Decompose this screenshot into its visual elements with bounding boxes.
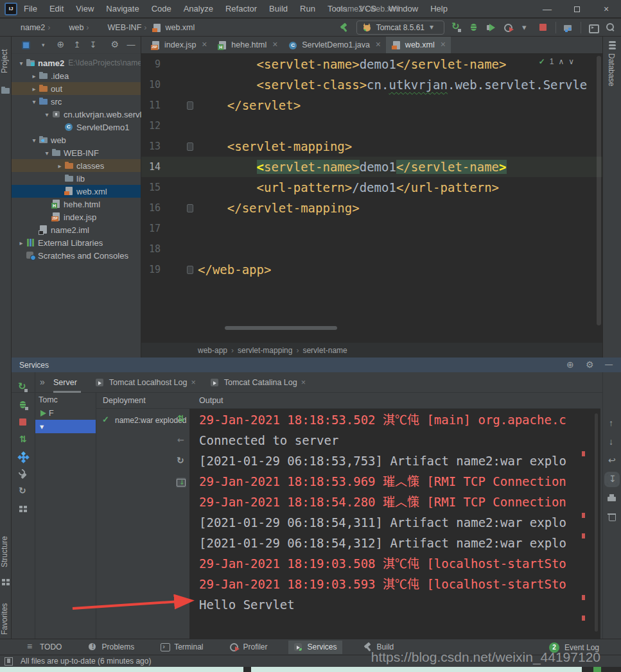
tree-row[interactable]: name2 E:\IdeaProjects\name2 (12, 56, 141, 69)
tree-row[interactable]: out (12, 82, 141, 95)
tree-arrow-icon[interactable] (17, 239, 26, 246)
menu-item[interactable]: Refactor (225, 4, 257, 13)
tree-row[interactable]: classes (12, 159, 141, 172)
menu-item[interactable]: Code (152, 4, 171, 13)
menu-item[interactable]: Edit (49, 4, 64, 13)
services-tree-row[interactable] (35, 420, 96, 433)
tree-arrow-icon[interactable] (55, 162, 64, 169)
tree-arrow-icon[interactable] (30, 98, 39, 105)
fold-marker[interactable] (161, 116, 198, 136)
menu-item[interactable]: File (24, 4, 37, 13)
structure-tool-button[interactable]: Structure (0, 530, 12, 574)
fold-marker[interactable] (161, 74, 198, 95)
build-hammer-icon[interactable] (339, 22, 349, 33)
run-window-button[interactable] (588, 22, 599, 33)
services-toolbar-button[interactable] (18, 400, 28, 410)
project-tool-button[interactable]: Project (0, 42, 12, 80)
console-toolbar-button[interactable] (607, 512, 617, 522)
close-icon[interactable]: × (191, 378, 195, 387)
menu-item[interactable]: Navigate (106, 4, 139, 13)
breadcrumb-item[interactable]: servlet-name (295, 346, 347, 355)
profiler-dropdown-icon[interactable] (521, 22, 531, 33)
tree-arrow-icon[interactable] (17, 60, 26, 67)
tool-window-switcher-icon[interactable] (4, 656, 14, 666)
close-icon[interactable] (439, 40, 445, 50)
services-toolbar-button[interactable] (18, 469, 28, 479)
collapse-all-button[interactable] (89, 40, 99, 50)
console-toolbar-button[interactable] (607, 493, 617, 503)
tab-overflow-icon[interactable] (39, 377, 49, 388)
tree-row[interactable]: ServletDemo1 (12, 121, 141, 134)
gear-icon[interactable] (585, 360, 595, 370)
tree-row[interactable]: External Libraries (12, 236, 141, 249)
minimize-button[interactable]: — (532, 0, 562, 18)
tree-row[interactable]: hehe.html (12, 198, 141, 211)
fold-marker[interactable] (161, 95, 198, 116)
editor-tab[interactable]: hehe.html (212, 37, 283, 53)
close-icon[interactable] (200, 40, 206, 50)
tree-arrow-icon[interactable] (30, 73, 39, 80)
close-icon[interactable] (374, 40, 380, 50)
close-icon[interactable]: × (301, 378, 306, 387)
tree-row[interactable]: Scratches and Consoles (12, 249, 141, 262)
services-toolbar-button[interactable] (18, 452, 28, 462)
services-toolbar-button[interactable] (18, 435, 28, 445)
services-toolbar-button[interactable] (18, 504, 28, 514)
debug-button[interactable] (469, 22, 479, 33)
breadcrumb-item[interactable]: WEB-INF (86, 23, 141, 33)
fold-marker[interactable] (161, 259, 198, 280)
editor-tab[interactable]: web.xml (386, 37, 451, 53)
locate-button[interactable] (566, 360, 576, 370)
console-log[interactable]: 29-Jan-2021 18:18:53.502 淇℃伅 [main] org.… (189, 409, 600, 615)
tree-arrow-icon[interactable] (42, 150, 51, 157)
services-toolbar-button[interactable] (18, 417, 28, 427)
error-stripe-mark[interactable] (582, 616, 585, 621)
menu-item[interactable]: Help (430, 4, 448, 13)
tree-row[interactable]: web.xml (12, 185, 141, 198)
locate-file-button[interactable] (57, 40, 67, 50)
database-tool-button[interactable]: Database (607, 53, 616, 98)
profiler-button[interactable] (503, 22, 514, 33)
error-stripe-mark[interactable] (582, 451, 585, 456)
tree-row[interactable]: index.jsp (12, 211, 141, 223)
next-highlight-icon[interactable]: ∨ (568, 57, 574, 66)
expand-all-button[interactable] (73, 40, 83, 50)
tool-window-button[interactable]: Profiler (224, 641, 273, 654)
tool-window-button[interactable]: Terminal (155, 641, 208, 654)
fold-marker[interactable] (161, 239, 198, 259)
editor-tab[interactable]: index.jsp (145, 37, 212, 53)
deployment-toolbar-button[interactable] (176, 435, 186, 445)
tree-row[interactable]: WEB-INF (12, 146, 141, 159)
project-view-mode-icon[interactable] (22, 41, 30, 49)
fold-marker[interactable] (161, 54, 198, 74)
project-structure-button[interactable] (563, 22, 573, 33)
run-button[interactable] (451, 22, 462, 33)
gear-icon[interactable] (110, 40, 121, 50)
tree-row[interactable]: lib (12, 172, 141, 185)
maximize-button[interactable] (562, 0, 591, 18)
coverage-button[interactable] (486, 22, 496, 33)
fold-marker[interactable] (161, 198, 198, 218)
stop-button[interactable] (538, 22, 548, 33)
tree-row[interactable]: .idea (12, 69, 141, 82)
favorites-tool-button[interactable]: Favorites (0, 596, 12, 641)
tree-row[interactable]: cn.utkvrjan.web.servlet (12, 108, 141, 121)
services-toolbar-button[interactable] (18, 487, 28, 497)
services-tab[interactable]: Server (53, 372, 81, 393)
breadcrumb-item[interactable]: web.xml (144, 23, 195, 33)
services-tab[interactable]: Tomcat Catalina Log × (210, 372, 306, 393)
search-everywhere-button[interactable] (606, 22, 616, 33)
close-button[interactable]: × (591, 0, 621, 18)
services-tree-row[interactable]: Tomc (35, 393, 96, 406)
console-toolbar-button[interactable] (607, 474, 617, 485)
close-icon[interactable] (270, 40, 277, 50)
fold-marker[interactable] (161, 177, 198, 198)
services-tab[interactable]: Tomcat Localhost Log × (95, 372, 196, 393)
error-stripe-mark[interactable] (582, 513, 585, 518)
console-vertical-scrollbar[interactable] (595, 413, 598, 632)
tree-arrow-icon[interactable] (42, 111, 51, 118)
services-tree-row[interactable]: F (35, 406, 96, 420)
fold-marker[interactable] (161, 157, 198, 177)
error-stripe-mark[interactable] (582, 595, 585, 600)
error-stripe-mark[interactable] (582, 533, 585, 538)
